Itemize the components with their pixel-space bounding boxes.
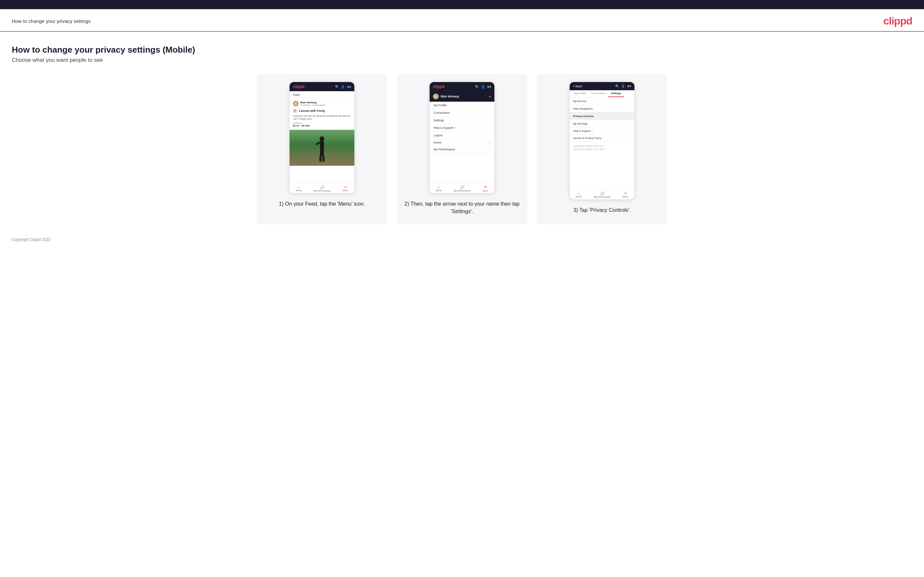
phone-body-2: B Blair McHarg ∧ My Profile Connections … xyxy=(430,91,494,183)
phone-footer-1: ⌂ Home 📈 My Performance ≡ Menu xyxy=(289,183,354,193)
phone-logo-1: clippd xyxy=(293,84,304,89)
feed-user-row: B Blair McHarg Yesterday · Sunningdale xyxy=(293,101,351,106)
footer-menu-label: Menu xyxy=(342,189,349,192)
menu-section-home[interactable]: Home ∨ xyxy=(430,139,494,146)
chevron-right-icon-3: › xyxy=(630,114,631,118)
feed-post: B Blair McHarg Yesterday · Sunningdale 🏌… xyxy=(289,98,354,130)
home-icon: ⌂ xyxy=(297,185,300,189)
external-link-icon-2: ↗ xyxy=(602,137,604,140)
phone-body-1: Feed B Blair McHarg Yesterday · Sunningd… xyxy=(289,91,354,183)
settings-item-help[interactable]: Help & Support ↗ xyxy=(570,127,635,135)
menu-section-performance[interactable]: My Performance ∨ xyxy=(430,146,494,153)
footer-performance: 📈 My Performance xyxy=(314,185,331,192)
menu-item-settings[interactable]: Settings xyxy=(430,117,494,124)
menu-item-logout[interactable]: Logout xyxy=(430,132,494,139)
settings-item-service[interactable]: Service & Privacy Policy ↗ xyxy=(570,135,635,142)
footer-performance-label: My Performance xyxy=(314,190,331,192)
svg-point-0 xyxy=(320,136,324,142)
cards-row: clippd 🔍 👤 ⊕▾ Feed B Blair McHarg xyxy=(12,74,912,224)
svg-rect-6 xyxy=(322,156,325,162)
settings-icon: ⊕▾ xyxy=(347,85,351,89)
menu-user-row: B Blair McHarg ∧ xyxy=(430,91,494,102)
top-bar xyxy=(0,0,924,9)
card-step-2: clippd 🔍 👤 ⊕▾ B Blair McHarg ∧ xyxy=(397,74,527,224)
main-content: How to change your privacy settings (Mob… xyxy=(0,32,924,231)
phone-mockup-1: clippd 🔍 👤 ⊕▾ Feed B Blair McHarg xyxy=(289,82,355,193)
search-icon-3: 🔍 xyxy=(615,84,619,88)
chevron-right-icon-4: › xyxy=(630,122,631,125)
settings-tabs: My Profile Connections Settings xyxy=(570,90,635,97)
footer-home-label: Home xyxy=(296,189,302,192)
user-icon-3: 👤 xyxy=(621,84,625,88)
golfer-silhouette xyxy=(312,136,332,166)
settings-item-golf-bag[interactable]: My Golf Bag › xyxy=(570,120,635,127)
user-icon-2: 👤 xyxy=(481,85,485,89)
settings-item-privacy[interactable]: Privacy Controls › xyxy=(570,113,635,120)
page-footer: Copyright Clippd 2022 xyxy=(0,231,924,248)
card-step-3: < Back 🔍 👤 ⊕▾ My Profile Connections Set… xyxy=(536,74,667,224)
settings-back-bar: < Back 🔍 👤 ⊕▾ xyxy=(570,82,635,90)
performance-icon-3: 📈 xyxy=(600,191,605,195)
footer-home-3: ⌂ Home xyxy=(575,191,582,198)
performance-icon-2: 📈 xyxy=(460,185,465,189)
footer-close[interactable]: ✕ Menu xyxy=(483,185,488,192)
settings-item-data[interactable]: Data Integrations › xyxy=(570,105,635,113)
page-heading: How to change your privacy settings (Mob… xyxy=(12,45,912,55)
settings-icon-3: ⊕▾ xyxy=(627,84,631,88)
feed-tab: Feed xyxy=(289,91,354,98)
footer-menu[interactable]: ≡ Menu xyxy=(342,185,349,192)
search-icon-2: 🔍 xyxy=(475,85,479,89)
phone-icons-3: 🔍 👤 ⊕▾ xyxy=(615,84,631,88)
card-caption-1: 1) On your Feed, tap the 'Menu' icon. xyxy=(279,200,365,208)
settings-item-account[interactable]: My Account › xyxy=(570,97,635,105)
header-title: How to change your privacy settings xyxy=(12,18,90,24)
chevron-down-icon-2: ∨ xyxy=(488,148,491,151)
footer-performance-3: 📈 My Performance xyxy=(594,191,611,198)
menu-item-connections[interactable]: Connections xyxy=(430,109,494,117)
back-button[interactable]: < Back xyxy=(573,85,582,88)
menu-item-profile[interactable]: My Profile xyxy=(430,102,494,109)
copyright-text: Copyright Clippd 2022 xyxy=(12,237,51,242)
feed-user-name: Blair McHarg xyxy=(300,101,325,104)
feed-user-sub: Yesterday · Sunningdale xyxy=(300,104,325,106)
card-caption-3: 3) Tap 'Privacy Controls'. xyxy=(573,206,631,214)
tab-connections[interactable]: Connections xyxy=(589,90,608,97)
external-link-icon: ↗ xyxy=(591,129,593,132)
svg-rect-3 xyxy=(320,149,322,156)
card-step-1: clippd 🔍 👤 ⊕▾ Feed B Blair McHarg xyxy=(257,74,388,224)
phone-mockup-2: clippd 🔍 👤 ⊕▾ B Blair McHarg ∧ xyxy=(429,82,495,193)
feed-lesson-title: Lesson with Fordy xyxy=(299,109,325,113)
phone-icons-2: 🔍 👤 ⊕▾ xyxy=(475,85,491,89)
avatar-2: B xyxy=(433,93,439,99)
card-caption-2: 2) Then, tap the arrow next to your name… xyxy=(404,200,520,215)
home-icon-2: ⌂ xyxy=(438,185,440,189)
user-icon: 👤 xyxy=(341,85,345,89)
phone-header-2: clippd 🔍 👤 ⊕▾ xyxy=(430,82,494,91)
menu-icon-3: ≡ xyxy=(625,191,627,195)
chevron-down-icon: ∨ xyxy=(488,141,491,144)
footer-performance-2: 📈 My Performance xyxy=(454,185,470,192)
phone-mockup-3: < Back 🔍 👤 ⊕▾ My Profile Connections Set… xyxy=(569,82,635,200)
settings-version: Clippd Client Version: 2022.8.3-3 GQL Se… xyxy=(570,142,635,154)
footer-menu-3[interactable]: ≡ Menu xyxy=(623,191,628,198)
feed-duration-label: Duration xyxy=(293,122,351,124)
performance-icon: 📈 xyxy=(320,185,325,189)
menu-user-name: Blair McHarg xyxy=(441,95,459,98)
phone-footer-2: ⌂ Home 📈 My Performance ✕ Menu xyxy=(430,183,494,193)
phone-header-1: clippd 🔍 👤 ⊕▾ xyxy=(289,82,354,91)
menu-item-help[interactable]: Help & Support ↗ xyxy=(430,124,494,132)
phone-body-3: My Account › Data Integrations › Privacy… xyxy=(570,97,635,189)
search-icon: 🔍 xyxy=(335,85,339,89)
phone-logo-2: clippd xyxy=(433,84,444,89)
tab-my-profile[interactable]: My Profile xyxy=(572,90,589,97)
menu-chevron-icon[interactable]: ∧ xyxy=(489,95,491,98)
header: How to change your privacy settings clip… xyxy=(0,9,924,32)
settings-icon-2: ⊕▾ xyxy=(487,85,491,89)
close-icon: ✕ xyxy=(484,185,487,189)
home-icon-3: ⌂ xyxy=(577,191,580,195)
chevron-right-icon-2: › xyxy=(630,107,631,110)
feed-duration-value: 01 hr : 30 min xyxy=(293,124,351,127)
feed-lesson-desc: Looking to feel like my hands are exitin… xyxy=(293,114,351,120)
avatar-1: B xyxy=(293,101,299,106)
tab-settings[interactable]: Settings xyxy=(608,90,624,97)
